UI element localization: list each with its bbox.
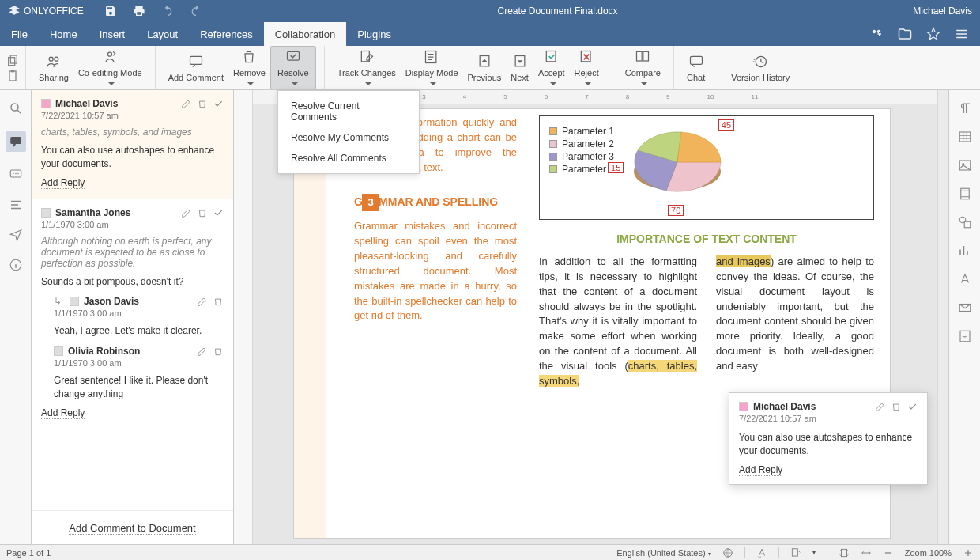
image-settings-icon[interactable] — [958, 158, 972, 172]
chart-object[interactable]: Parameter 1 Parameter 2 Parameter 3 Para… — [539, 115, 874, 220]
delete-icon[interactable] — [197, 207, 208, 218]
display-mode-button[interactable]: Display Mode — [401, 46, 463, 89]
version-history-button[interactable]: Version History — [726, 46, 794, 89]
tab-plugins[interactable]: Plugins — [346, 22, 402, 46]
language-selector[interactable]: English (United States) ▾ — [616, 548, 711, 558]
undo-icon[interactable] — [161, 5, 174, 17]
header-footer-icon[interactable] — [958, 187, 972, 201]
reply-arrow-icon: ↳ — [54, 296, 62, 307]
tab-file[interactable]: File — [0, 22, 39, 46]
resolve-all-item[interactable]: Resolve All Comments — [278, 148, 419, 168]
reject-button[interactable]: Reject — [570, 46, 604, 89]
resolve-check-icon[interactable] — [906, 401, 918, 412]
feedback-icon[interactable] — [9, 228, 23, 242]
textart-settings-icon[interactable] — [958, 272, 972, 286]
resolve-button[interactable]: Resolve — [270, 46, 316, 89]
signature-icon[interactable] — [958, 329, 972, 343]
comment-author: Michael Davis — [55, 98, 176, 109]
open-location-icon[interactable] — [898, 27, 912, 41]
menu-icon[interactable] — [955, 27, 969, 41]
about-icon[interactable] — [9, 258, 23, 272]
compare-button[interactable]: Compare — [620, 46, 665, 89]
track-changes-button[interactable]: Track Changes — [333, 46, 401, 89]
doc-lang-icon[interactable] — [756, 547, 767, 558]
redo-icon[interactable] — [190, 5, 202, 17]
paste-icon[interactable] — [6, 70, 19, 82]
tab-layout[interactable]: Layout — [136, 22, 189, 46]
tab-collaboration[interactable]: Collaboration — [264, 22, 347, 46]
page-indicator[interactable]: Page 1 of 1 — [6, 548, 51, 558]
delete-icon[interactable] — [891, 401, 902, 412]
delete-icon[interactable] — [213, 296, 224, 307]
comments-panel-icon[interactable] — [6, 131, 26, 152]
edit-icon[interactable] — [197, 296, 208, 307]
favorite-icon[interactable] — [926, 27, 940, 41]
delete-icon[interactable] — [197, 98, 208, 109]
table-settings-icon[interactable] — [958, 130, 972, 144]
comment-text: You can also use autoshapes to enhance y… — [41, 144, 224, 171]
pie-callout: 15 — [608, 162, 624, 173]
print-icon[interactable] — [133, 5, 145, 17]
zoom-in-icon[interactable] — [963, 547, 974, 558]
current-user[interactable]: Michael Davis — [913, 6, 972, 17]
search-icon[interactable] — [9, 101, 23, 115]
add-comment-to-doc-link[interactable]: Add Comment to Document — [69, 522, 195, 535]
svg-rect-27 — [959, 132, 971, 142]
chat-panel-icon[interactable] — [9, 168, 23, 182]
sharing-button[interactable]: Sharing — [34, 46, 74, 89]
comment-reply: ↳ Jason Davis 1/1/1970 3:00 am Yeah, I a… — [41, 296, 224, 338]
chart-settings-icon[interactable] — [958, 244, 972, 258]
svg-point-4 — [49, 57, 53, 61]
mailmerge-icon[interactable] — [958, 301, 972, 315]
tab-references[interactable]: References — [189, 22, 263, 46]
resolve-current-item[interactable]: Resolve Current Comments — [278, 96, 419, 127]
paragraph-settings-icon[interactable] — [958, 101, 972, 115]
resolve-my-item[interactable]: Resolve My Comments — [278, 127, 419, 148]
fit-width-icon[interactable] — [861, 547, 872, 558]
zoom-level[interactable]: Zoom 100% — [905, 548, 952, 558]
comment-card[interactable]: Samantha Jones 1/1/1970 3:00 am Although… — [32, 199, 233, 429]
comment-card[interactable]: Michael Davis 7/22/2021 10:57 am charts,… — [32, 90, 233, 199]
edit-icon[interactable] — [875, 401, 886, 412]
add-reply-link[interactable]: Add Reply — [41, 407, 85, 419]
next-change-button[interactable]: Next — [506, 46, 533, 89]
user-color-swatch — [41, 99, 51, 108]
add-reply-link[interactable]: Add Reply — [739, 464, 782, 476]
app-name: ONLYOFFICE — [24, 6, 84, 17]
spellcheck-icon[interactable] — [722, 547, 733, 558]
pie-callout: 45 — [718, 119, 734, 131]
track-changes-icon — [359, 49, 375, 65]
coediting-mode-button[interactable]: Co-editing Mode — [74, 46, 147, 89]
previous-change-button[interactable]: Previous — [463, 46, 507, 89]
zoom-out-icon[interactable] — [883, 547, 894, 558]
manage-access-icon[interactable] — [869, 27, 884, 41]
tab-home[interactable]: Home — [39, 22, 89, 46]
shape-settings-icon[interactable] — [958, 215, 972, 229]
edit-icon[interactable] — [197, 346, 208, 357]
reply-author: Olivia Robinson — [68, 346, 192, 357]
add-comment-button[interactable]: Add Comment — [164, 46, 228, 89]
vertical-scrollbar[interactable] — [937, 90, 948, 544]
tab-insert[interactable]: Insert — [89, 22, 137, 46]
comments-panel-footer: Add Comment to Document — [32, 510, 233, 544]
comment-date: 7/22/2021 10:57 am — [739, 414, 918, 423]
display-mode-icon — [424, 49, 439, 65]
sharing-icon — [46, 54, 62, 70]
fit-page-icon[interactable] — [839, 547, 850, 558]
track-changes-status-icon[interactable] — [790, 547, 801, 558]
save-icon[interactable] — [104, 5, 117, 17]
chat-button[interactable]: Chat — [682, 46, 710, 89]
accept-button[interactable]: Accept — [533, 46, 570, 89]
svg-rect-36 — [792, 548, 797, 555]
resolve-check-icon[interactable] — [213, 98, 224, 109]
svg-rect-15 — [637, 51, 643, 61]
navigation-icon[interactable] — [9, 198, 23, 212]
add-reply-link[interactable]: Add Reply — [41, 177, 85, 189]
resolve-check-icon[interactable] — [213, 207, 224, 218]
reply-date: 1/1/1970 3:00 am — [54, 308, 224, 318]
delete-icon[interactable] — [213, 346, 224, 357]
remove-comment-button[interactable]: Remove — [228, 46, 270, 89]
edit-icon[interactable] — [181, 98, 192, 109]
edit-icon[interactable] — [181, 207, 192, 218]
copy-icon[interactable] — [6, 54, 19, 66]
